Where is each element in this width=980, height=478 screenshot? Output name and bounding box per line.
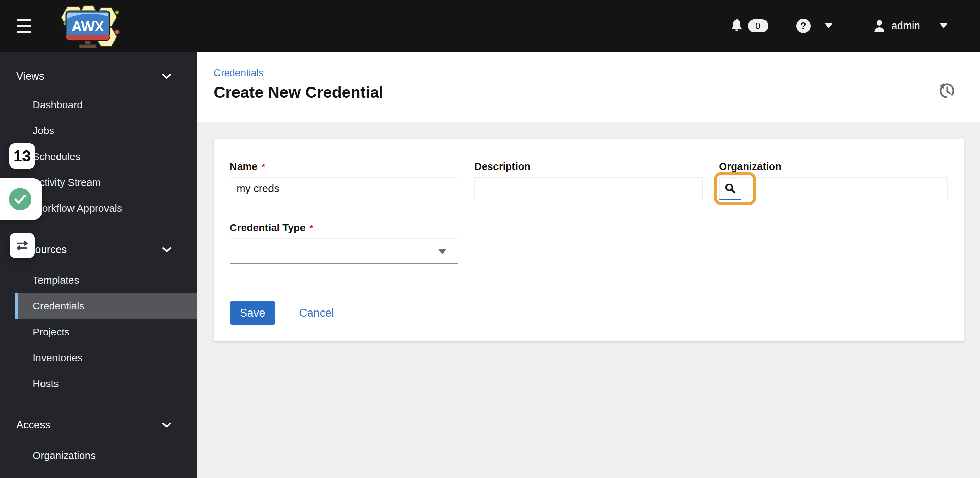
main-content: Credentials Create New Credential Name * [197, 52, 980, 478]
notifications-button[interactable]: 0 [730, 19, 768, 33]
sidebar-item-hosts[interactable]: Hosts [0, 371, 197, 397]
organization-label: Organization [719, 161, 948, 172]
chevron-down-icon [940, 24, 947, 28]
chevron-down-icon [162, 247, 172, 253]
content-area: Name * Description Organization [197, 122, 980, 478]
masthead: AWX 0 ? admin [0, 0, 980, 52]
sidebar-item-jobs[interactable]: Jobs [0, 118, 197, 144]
description-field-group: Description [474, 161, 703, 200]
check-icon [9, 188, 31, 210]
nav-group-access[interactable]: Access [0, 407, 197, 443]
search-icon [724, 182, 736, 194]
sidebar-item-credentials[interactable]: Credentials [15, 293, 197, 319]
chevron-down-icon [162, 73, 172, 79]
overlay-success-badge [0, 178, 42, 220]
name-field-group: Name * [230, 161, 458, 200]
caret-down-icon [438, 249, 447, 254]
bell-icon [730, 19, 743, 33]
credential-type-field-group: Credential Type * [230, 222, 948, 263]
sidebar-nav: Views Dashboard Jobs Schedules Activity … [0, 52, 197, 478]
breadcrumb-credentials-link[interactable]: Credentials [214, 67, 264, 79]
page-title: Create New Credential [214, 83, 980, 102]
sidebar-item-projects[interactable]: Projects [0, 319, 197, 345]
sidebar-item-dashboard[interactable]: Dashboard [0, 92, 197, 118]
chevron-down-icon [162, 422, 172, 428]
user-icon [873, 19, 885, 33]
help-menu-button[interactable]: ? [796, 19, 832, 33]
credential-form-card: Name * Description Organization [214, 139, 964, 341]
sidebar-item-organizations[interactable]: Organizations [0, 443, 197, 468]
save-button[interactable]: Save [230, 301, 275, 325]
overlay-transfer-badge [10, 233, 35, 258]
description-label: Description [474, 161, 703, 172]
nav-group-views[interactable]: Views [0, 61, 197, 92]
notification-count-badge: 0 [748, 19, 768, 32]
awx-logo: AWX [52, 0, 125, 51]
user-menu-button[interactable]: admin [873, 19, 947, 33]
organization-field-group: Organization [719, 161, 948, 200]
credential-type-select[interactable] [230, 238, 458, 263]
history-icon [937, 80, 957, 100]
form-actions: Save Cancel [230, 301, 948, 325]
sidebar-item-templates[interactable]: Templates [0, 267, 197, 293]
required-asterisk: * [262, 162, 265, 172]
credential-type-label: Credential Type * [230, 222, 948, 234]
organization-input[interactable] [741, 177, 948, 200]
organization-search-button[interactable] [719, 177, 741, 200]
swap-arrows-icon [14, 239, 30, 252]
sidebar-item-inventories[interactable]: Inventories [0, 345, 197, 371]
page-header: Credentials Create New Credential [197, 52, 980, 122]
history-button[interactable] [935, 78, 959, 103]
nav-toggle-button[interactable] [17, 19, 32, 33]
description-input[interactable] [474, 177, 703, 200]
cancel-button[interactable]: Cancel [297, 306, 336, 320]
chevron-down-icon [825, 24, 832, 28]
help-icon: ? [796, 19, 811, 33]
awx-logo-text: AWX [72, 18, 104, 34]
name-input[interactable] [230, 177, 458, 200]
name-label: Name * [230, 161, 458, 172]
user-name: admin [891, 20, 920, 32]
overlay-count-badge: 13 [9, 143, 35, 169]
required-asterisk: * [310, 223, 313, 234]
